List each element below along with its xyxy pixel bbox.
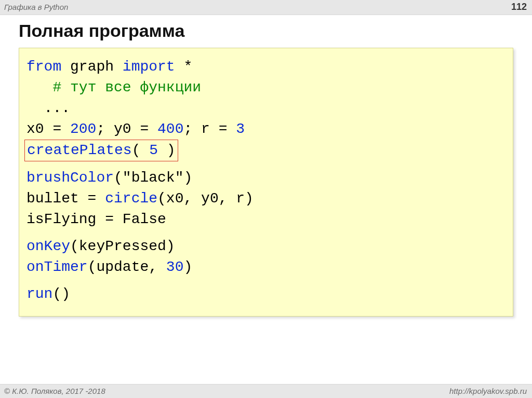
code-line-4: x0 = 200; y0 = 400; r = 3 (26, 121, 245, 137)
txt: ) (158, 142, 176, 158)
txt: ( (114, 170, 123, 186)
txt: ; r = (183, 121, 236, 137)
code-line-10: onTimer(update, 30) (26, 259, 192, 275)
code-line-3: ... (26, 100, 70, 116)
code-block: from graph import * # тут все функции ..… (19, 48, 513, 317)
gap (26, 278, 506, 284)
txt: (update, (88, 259, 166, 275)
num: 3 (236, 121, 245, 137)
fn-onkey: onKey (26, 238, 70, 254)
num: 200 (70, 121, 96, 137)
gap (26, 161, 506, 168)
kw-from: from (26, 59, 61, 75)
code-line-11: run() (26, 286, 70, 302)
kw-import: import (123, 59, 175, 75)
txt: ) (183, 259, 192, 275)
fn-run: run (26, 286, 52, 302)
page-number: 112 (511, 2, 527, 12)
string: "black" (123, 170, 184, 186)
indent (26, 79, 52, 95)
footer-url: http://kpolyakov.spb.ru (449, 387, 527, 395)
num: 400 (157, 121, 183, 137)
txt: (keyPressed) (70, 238, 175, 254)
txt: ) (183, 170, 192, 186)
txt: bullet = (26, 190, 105, 207)
code-line-5: createPlates( 5 ) (26, 142, 178, 158)
fn-createplates: createPlates (27, 142, 132, 158)
code-line-2: # тут все функции (26, 79, 201, 95)
top-bar: Графика в Python 112 (0, 0, 532, 15)
num: 5 (149, 142, 158, 158)
code-line-8: isFlying = False (26, 211, 166, 227)
fn-ontimer: onTimer (26, 259, 88, 275)
footer-bar: © К.Ю. Поляков, 2017 -2018 http://kpolya… (0, 384, 532, 398)
copyright: © К.Ю. Поляков, 2017 -2018 (4, 387, 105, 395)
code-line-6: brushColor("black") (26, 170, 192, 186)
breadcrumb: Графика в Python (4, 3, 68, 11)
comment: # тут все функции (52, 79, 201, 95)
num: 30 (166, 259, 184, 275)
txt: * (175, 59, 193, 75)
txt: (x0, y0, r) (157, 190, 254, 207)
gap (26, 230, 506, 236)
fn-brushcolor: brushColor (26, 170, 114, 186)
code-line-7: bullet = circle(x0, y0, r) (26, 190, 254, 207)
code-line-1: from graph import * (26, 59, 192, 75)
fn-circle: circle (105, 190, 157, 207)
txt: graph (61, 59, 123, 75)
slide: Графика в Python 112 Полная программа fr… (0, 0, 532, 398)
txt: () (52, 286, 70, 302)
slide-title: Полная программа (19, 21, 184, 41)
txt: ; y0 = (96, 121, 157, 137)
txt: ( (132, 142, 150, 158)
highlight-box: createPlates( 5 ) (24, 140, 178, 161)
code-line-9: onKey(keyPressed) (26, 238, 175, 254)
txt: x0 = (26, 121, 70, 137)
